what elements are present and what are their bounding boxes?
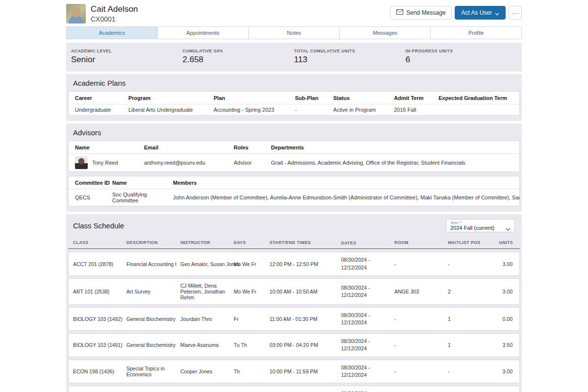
cell-waitlist: - (448, 368, 486, 374)
col-email: Email (144, 145, 234, 150)
schedule-row[interactable]: ECON 198 (1438) Special Topics in Econom… (68, 386, 520, 392)
schedule-row[interactable]: BIOLOGY 103 (1491) General Biochemistry … (68, 333, 520, 357)
cell-instructor: CJ Millett, Dena Petersen, Jonathan Rehm (180, 283, 234, 300)
cell-days: Mo We Fr (234, 289, 270, 294)
cell-committee-members: John Anderson (Member of Committee), Aur… (173, 195, 519, 200)
stat-value: 113 (294, 55, 406, 65)
cell-committee-id: QECS (75, 195, 112, 200)
cell-sub-plan: - (295, 107, 333, 113)
stat-label: In-Progress Units (406, 49, 517, 53)
cell-times: 11:00 AM - 01:30 PM (270, 316, 341, 322)
cell-days: Mo We Fr (234, 261, 270, 267)
col-waitlist-pos: Waitlist Pos (448, 240, 486, 246)
student-header: Cait Adelson CX0001 Send Message Act As … (66, 4, 522, 24)
cell-description: Art Survey (126, 289, 180, 294)
cell-dates: 08/30/2024 - 12/12/2024 (341, 312, 394, 326)
cell-units: 3.00 (486, 261, 519, 267)
envelope-icon (396, 9, 403, 16)
schedule-row[interactable]: ART 101 (2538) Art Survey CJ Millett, De… (68, 278, 520, 305)
cell-advisor-name: Tony Reed (92, 160, 118, 166)
advisors-title: Advisors (73, 128, 101, 137)
cell-dates: 08/30/2024 - 12/12/2024 (341, 390, 394, 392)
cell-room: - (394, 261, 448, 267)
cell-instructor: Cooper Jones (180, 368, 234, 374)
cell-class: BIOLOGY 103 (1492) (73, 316, 126, 322)
col-program: Program (128, 95, 214, 101)
tab-notes[interactable]: Notes (249, 27, 340, 39)
cell-description: Special Topics in Economics (126, 366, 180, 377)
cell-status: Active in Program (333, 107, 394, 113)
cell-days: Tu Th (234, 342, 270, 348)
schedule-row[interactable]: ECON 198 (1436) Special Topics in Econom… (68, 360, 520, 383)
cell-room: ANGE 303 (394, 289, 448, 294)
col-sub-plan: Sub-Plan (295, 95, 333, 101)
advisors-table: Name Email Roles Departments Tony Reed a… (68, 141, 520, 172)
chevron-down-icon (506, 224, 511, 233)
cell-waitlist: 2 (448, 289, 486, 294)
cell-dates: 08/30/2024 - 12/12/2024 (341, 256, 394, 271)
col-dates: Dates (341, 240, 394, 246)
cell-instructor: Maeve Asanuma (180, 342, 234, 348)
col-expected-graduation-term: Expected Graduation Term (439, 95, 519, 101)
advisors-section: Advisors Name Email Roles Departments To… (66, 123, 522, 212)
cell-units: 3.50 (486, 342, 519, 348)
col-roles: Roles (234, 145, 271, 150)
col-departments: Departments (271, 145, 519, 150)
student-name: Cait Adelson (91, 4, 138, 14)
chevron-down-icon (495, 11, 499, 15)
required-mark: * (460, 221, 461, 224)
cell-class: BIOLOGY 103 (1491) (73, 342, 126, 348)
col-units: Units (486, 240, 520, 246)
col-career: Career (75, 95, 128, 101)
overflow-menu-button[interactable]: ··· (509, 6, 522, 20)
cell-description: General Biochemistry (126, 316, 180, 322)
col-admit-term: Admit Term (394, 95, 439, 101)
cell-instructor: Jourdain Thro (180, 316, 234, 322)
page: Cait Adelson CX0001 Send Message Act As … (0, 0, 588, 392)
schedule-row[interactable]: BIOLOGY 103 (1492) General Biochemistry … (68, 307, 520, 331)
cell-units: 3.00 (486, 289, 519, 294)
stat-label: Cumulative GPA (183, 49, 294, 53)
send-message-button[interactable]: Send Message (390, 6, 452, 20)
stat-value: Senior (71, 55, 183, 65)
send-message-label: Send Message (406, 9, 445, 16)
col-start-end-times: Start/End Times (270, 240, 341, 246)
stat-academic-level: Academic Level Senior (71, 49, 183, 65)
cell-room: - (394, 342, 448, 348)
committee-row: QECS Soc Qualifying Committee John Ander… (69, 189, 519, 206)
committee-header-row: Committee ID Name Members (69, 176, 519, 189)
cell-days: Fr (234, 316, 270, 322)
overflow-icon: ··· (512, 9, 519, 17)
cell-class: ACCT 201 (2878) (73, 261, 126, 267)
tab-profile[interactable]: Profile (431, 27, 521, 39)
cell-instructor: Geo Amalor, Susan Jones (180, 261, 234, 267)
class-schedule-section: Class Schedule Term: * 2024 Fall (curren… (66, 214, 522, 392)
stat-value: 2.658 (183, 55, 294, 65)
schedule-row[interactable]: ACCT 201 (2878) Financial Accounting I G… (68, 252, 520, 275)
cell-advisor-roles: Advisor (234, 160, 271, 166)
cell-units: 0.00 (486, 316, 519, 322)
act-as-user-button[interactable]: Act As User (455, 6, 506, 20)
stat-in-progress-units: In-Progress Units 6 (406, 49, 517, 65)
cell-dates: 08/30/2024 - 12/12/2024 (341, 364, 394, 379)
tab-messages[interactable]: Messages (340, 27, 431, 39)
cell-class: ECON 198 (1436) (73, 368, 126, 374)
col-description: Description (126, 240, 180, 246)
profile-tabs: Academics Appointments Notes Messages Pr… (66, 26, 522, 39)
cell-waitlist: 1 (448, 342, 486, 348)
cell-times: 03:00 PM - 04:20 PM (270, 342, 341, 348)
schedule-term-select[interactable]: Term: * 2024 Fall (current) (446, 219, 515, 232)
tab-appointments[interactable]: Appointments (158, 27, 249, 39)
advisor-avatar (75, 156, 88, 169)
stat-cumulative-gpa: Cumulative GPA 2.658 (183, 49, 294, 65)
student-avatar (66, 4, 86, 24)
academic-plans-section: Academic Plans Career Program Plan Sub-P… (66, 74, 522, 121)
schedule-term-value: 2024 Fall (current) (450, 225, 511, 231)
academic-plans-title: Academic Plans (73, 79, 126, 87)
col-committee-id: Committee ID (75, 180, 112, 186)
cell-career: Undergraduate (75, 107, 128, 113)
stat-label: Academic Level (71, 49, 183, 53)
tab-academics[interactable]: Academics (67, 27, 158, 39)
col-room: Room (394, 240, 448, 246)
cell-advisor-departments: Grad - Admissions, Academic Advising, Of… (271, 160, 519, 166)
